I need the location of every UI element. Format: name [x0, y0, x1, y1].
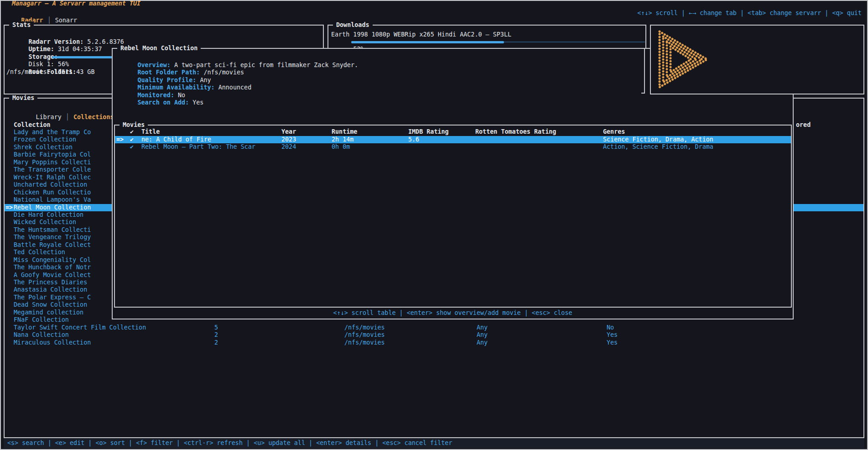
collection-name: The Princess Diaries [14, 279, 87, 286]
movies-panel-title: Movies [9, 94, 37, 102]
storage-label: Storage: [6, 46, 58, 53]
monitored-column-header-fragment: ored [796, 121, 811, 129]
search-on-add-label: Search on Add: [137, 99, 189, 106]
movie-year: 2023 [281, 136, 296, 143]
overview-field: Overview:A two-part sci-fi epic from fil… [115, 54, 358, 62]
movie-runtime: 2h 14m [332, 136, 353, 143]
collection-name: FNaF Collection [14, 316, 69, 324]
collection-name: National Lampoon's Va [14, 196, 91, 204]
modal-movie-row[interactable]: ✔Rebel Moon – Part Two: The Scar20240h 0… [115, 143, 791, 151]
collection-name: Battle Royale Collect [14, 241, 91, 249]
collection-monitored: Yes [607, 339, 618, 346]
collection-row[interactable]: Taylor Swift Concert Film Collection5/nf… [5, 324, 863, 331]
modal-title: Rebel Moon Collection [117, 45, 201, 52]
managarr-logo-icon [656, 29, 710, 90]
collection-quality: Any [477, 324, 488, 331]
collection-name: Taylor Swift Concert Film Collection [14, 324, 146, 331]
collection-name: Mary Poppins Collecti [14, 159, 91, 166]
collection-name: Shrek Collection [14, 144, 73, 151]
download-gauge-track [351, 42, 645, 42]
collection-movies: 2 [214, 331, 218, 339]
minimum-availability-value: Announced [218, 84, 252, 91]
modal-movies-table: Movies ✔ Title Year Runtime IMDB Rating … [114, 125, 792, 308]
top-keybinds: <↑↓> scroll | ←→ change tab | <tab> chan… [637, 10, 862, 17]
collection-column-header: Collection [14, 121, 51, 129]
collection-monitored: Yes [607, 331, 618, 339]
selected-marker: => [5, 204, 13, 211]
search-on-add-value: Yes [192, 99, 203, 106]
logo-panel [650, 25, 864, 94]
movie-genres: Science Fiction, Drama, Action [603, 136, 713, 143]
col-genres: Genres [603, 128, 625, 136]
collection-quality: Any [477, 339, 488, 346]
download-item-title: Earth 1998 1080p WEBRip x265 Hindi AAC2.… [331, 31, 511, 38]
collection-name: Ted Collection [14, 249, 65, 256]
collection-name: The Transporter Colle [14, 166, 91, 173]
collection-movies: 5 [214, 324, 218, 331]
modal-keybinds: <↑↓> scroll table | <enter> show overvie… [113, 309, 793, 317]
collection-movies: 2 [214, 339, 218, 346]
collection-name: The Polar Express – C [14, 294, 91, 301]
movie-marker: => [116, 136, 124, 143]
modal-movie-row[interactable]: =>✔ne: A Child of Fire20232h 14m5.6Scien… [115, 136, 791, 143]
movie-year: 2024 [281, 143, 296, 151]
collection-name: Anastasia Collection [14, 286, 87, 293]
collection-name: Lady and the Tramp Co [14, 129, 91, 136]
root-folder-value: /nfs/movies: 11511.43 GB [6, 68, 94, 76]
root-folders-label: Root Folders: [6, 61, 76, 68]
collection-name: Frozen Collection [14, 136, 76, 143]
monitored-field: Monitored:No [115, 84, 185, 92]
collection-monitored: No [607, 324, 614, 331]
modal-movies-table-header: ✔ Title Year Runtime IMDB Rating Rotten … [115, 128, 791, 136]
movie-check: ✔ [130, 136, 134, 143]
collection-name: Miss Congeniality Col [14, 256, 91, 264]
col-check: ✔ [130, 128, 134, 136]
collection-name: A Goofy Movie Collect [14, 272, 91, 279]
movie-title: ne: A Child of Fire [141, 136, 211, 143]
movies-tabs: Library│Collections [14, 106, 114, 114]
search-on-add-field: Search on Add:Yes [115, 92, 203, 99]
app-root: Managarr – A Servarr management TUI Rada… [0, 0, 868, 450]
tab-separator: │ [66, 114, 69, 120]
collection-row[interactable]: Miraculous Collection2/nfs/moviesAnyYes [5, 339, 863, 346]
movie-genres: Action, Science Fiction, Drama [603, 143, 713, 151]
uptime-value: 31d 04:35:37 [58, 46, 102, 52]
col-rt: Rotten Tomatoes Rating [475, 128, 556, 136]
collection-name: Wicked Collection [14, 219, 76, 226]
collection-name: The Hunchback of Notr [14, 264, 91, 271]
download-gauge-fill [351, 41, 504, 43]
app-title: Managarr – A Servarr management TUI [8, 0, 144, 7]
downloads-panel-title: Downloads [333, 21, 373, 29]
collection-name: Rebel Moon Collection [14, 204, 91, 211]
radarr-version-line: Radarr Version:5.2.6.8376 [6, 31, 124, 38]
collection-quality: Any [477, 331, 488, 339]
quality-profile-field: Quality Profile:Any [115, 69, 211, 77]
movie-runtime: 0h 0m [332, 143, 350, 151]
collection-name: Die Hard Collection [14, 211, 83, 219]
col-runtime: Runtime [332, 128, 357, 136]
movie-check: ✔ [130, 143, 134, 151]
collection-path: /nfs/movies [344, 339, 385, 346]
collection-name: Barbie Fairytopia Col [14, 151, 91, 158]
collection-path: /nfs/movies [344, 331, 385, 339]
collection-name: Uncharted Collection [14, 181, 87, 188]
tab-library[interactable]: Library [36, 114, 61, 120]
collection-name: Dead Snow Collection [14, 301, 87, 309]
collection-name: Megamind collection [14, 309, 83, 316]
col-year: Year [281, 128, 296, 136]
collection-name: Miraculous Collection [14, 339, 91, 346]
minimum-availability-field: Minimum Availability:Announced [115, 77, 251, 84]
collection-name: Nana Collection [14, 331, 69, 339]
downloads-border-fragment [641, 48, 645, 94]
movie-title: Rebel Moon – Part Two: The Scar [141, 143, 255, 151]
movie-imdb: 5.6 [408, 136, 419, 143]
tab-separator: │ [47, 17, 51, 24]
bottom-keybinds: <s> search | <e> edit | <o> sort | <f> f… [4, 438, 864, 448]
stats-panel-title: Stats [9, 21, 34, 29]
collection-name: Chicken Run Collectio [14, 189, 91, 196]
tab-sonarr[interactable]: Sonarr [55, 17, 77, 24]
modal-movies-table-title: Movies [120, 121, 148, 129]
collection-row[interactable]: Nana Collection2/nfs/moviesAnyYes [5, 331, 863, 339]
col-title: Title [141, 128, 160, 136]
tab-collections[interactable]: Collections [73, 114, 114, 120]
